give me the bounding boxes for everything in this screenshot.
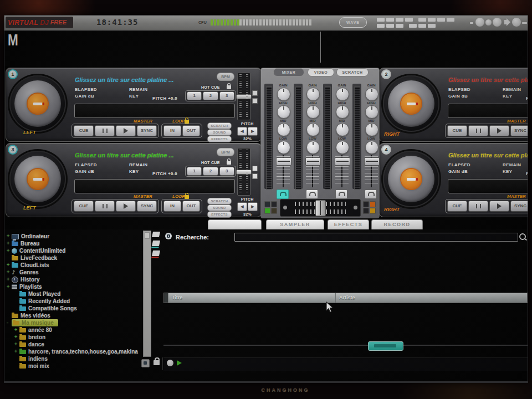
pitch-slider-handle[interactable] (236, 94, 252, 99)
low-knob[interactable] (306, 141, 320, 154)
expander-icon[interactable] (7, 319, 12, 326)
tree-item-history[interactable]: History (4, 276, 143, 283)
pitch-bend-plus-button[interactable]: ▶ (248, 202, 258, 211)
hot-cue-1-button[interactable]: 1 (187, 91, 202, 100)
loop-in-button[interactable]: IN (163, 201, 181, 212)
sync-button[interactable]: SYNC (137, 201, 157, 212)
deck-1-jog-wheel[interactable] (9, 75, 66, 132)
high-knob[interactable] (365, 105, 378, 119)
pitch-range-button[interactable] (252, 98, 258, 104)
headphone-mix-knob[interactable] (485, 19, 492, 25)
sound-button[interactable]: SOUND (207, 204, 232, 211)
play-button[interactable] (116, 125, 136, 136)
tree-item-indiens[interactable]: indiens (4, 355, 143, 362)
pfl-button[interactable] (277, 190, 289, 199)
tree-item-mes-videos[interactable]: Mes vidéos (4, 312, 143, 319)
tree-item-recently-added[interactable]: Recently Added (4, 298, 143, 305)
column-titre[interactable]: Titre (168, 293, 336, 303)
tree-item-bureau[interactable]: Bureau (4, 240, 143, 247)
search-input[interactable] (234, 233, 518, 242)
pause-button[interactable] (468, 201, 488, 212)
expander-icon[interactable] (7, 233, 12, 240)
wave-button[interactable]: WAVE (339, 17, 367, 28)
low-knob[interactable] (277, 141, 290, 154)
tab-browser[interactable] (208, 219, 262, 229)
low-knob[interactable] (336, 141, 349, 154)
column-artiste[interactable]: Artiste (336, 293, 527, 303)
cue-button[interactable]: CUE (74, 125, 94, 136)
headphone-volume-knob[interactable] (493, 18, 502, 27)
volume-fader[interactable] (364, 155, 379, 187)
effects-button[interactable]: EFFECTS (207, 211, 232, 218)
gain-knob[interactable] (365, 88, 378, 101)
expander-icon[interactable] (14, 334, 19, 341)
netsearch-icon[interactable] (141, 359, 150, 367)
pitch-bend-plus-button[interactable]: ▶ (248, 127, 258, 136)
pitch-slider[interactable] (237, 148, 250, 196)
pause-button[interactable] (95, 201, 115, 212)
tree-scrollbar[interactable] (143, 231, 151, 357)
expander-icon[interactable] (7, 262, 12, 269)
scratch-button[interactable]: SCRATCH (207, 198, 232, 204)
volume-fader-handle[interactable] (276, 157, 291, 166)
tree-item-genres[interactable]: ♪Genres (4, 269, 143, 276)
pitch-range-button[interactable] (252, 173, 258, 179)
loop-out-button[interactable]: OUT (182, 125, 200, 136)
pitch-zero-button[interactable] (252, 166, 258, 171)
tab-sampler[interactable]: SAMPLER (266, 219, 324, 229)
crossfader-handle[interactable] (315, 200, 326, 216)
hot-cue-2-button[interactable]: 2 (203, 167, 218, 176)
tree-item-dance[interactable]: dance (4, 341, 143, 348)
mid-knob[interactable] (306, 123, 320, 136)
pfl-button[interactable] (365, 190, 377, 199)
loop-out-button[interactable]: OUT (182, 201, 200, 212)
pitch-zero-button[interactable] (252, 90, 258, 96)
hot-cue-2-button[interactable]: 2 (203, 91, 218, 100)
pitch-slider[interactable] (237, 73, 250, 120)
automix-play-icon[interactable] (177, 360, 182, 366)
automix-circle-icon[interactable] (167, 360, 173, 366)
tree-item-moi-mix[interactable]: moi mix (4, 362, 143, 370)
play-button[interactable] (489, 125, 509, 136)
tree-item-annee-80[interactable]: année 80 (4, 326, 143, 334)
effects-button[interactable]: EFFECTS (207, 136, 232, 142)
pfl-button[interactable] (306, 190, 318, 199)
sound-button[interactable]: SOUND (207, 129, 232, 136)
pitch-bend-minus-button[interactable]: ◀ (237, 127, 247, 136)
pitch-bend-minus-button[interactable]: ◀ (237, 202, 247, 211)
expander-icon[interactable] (7, 240, 12, 247)
tree-item-playlists[interactable]: Playlists (4, 283, 143, 290)
loop-in-button[interactable]: IN (163, 125, 181, 136)
volume-fader[interactable] (305, 155, 320, 187)
tab-effects[interactable]: EFFECTS (328, 219, 369, 229)
expander-icon[interactable] (14, 341, 19, 348)
tab-scratch[interactable]: SCRATCH (336, 68, 369, 76)
tree-item-ma-musique-selected[interactable]: Ma musique (4, 319, 143, 326)
mid-knob[interactable] (365, 123, 378, 136)
pause-button[interactable] (468, 125, 488, 136)
mid-knob[interactable] (336, 123, 349, 136)
search-options-icon[interactable] (519, 233, 526, 240)
pitch-slider-handle[interactable] (236, 170, 252, 175)
volume-fader[interactable] (275, 155, 291, 187)
panel-splitter[interactable] (163, 345, 528, 346)
sync-button[interactable]: SYNC (510, 125, 528, 136)
volume-fader-handle[interactable] (364, 157, 380, 166)
expander-icon[interactable] (7, 269, 12, 276)
tree-item-harcore[interactable]: harcore, tranca,techno,house,goa,makina (4, 348, 143, 355)
tree-item-breton[interactable]: breton (4, 334, 143, 341)
pfl-button[interactable] (335, 190, 347, 199)
scratch-button[interactable]: SCRATCH (207, 122, 232, 129)
security-lock-icon[interactable] (154, 360, 160, 365)
gain-knob[interactable] (277, 88, 290, 101)
volume-fader-handle[interactable] (305, 157, 321, 166)
bpm-button[interactable]: BPM (217, 73, 234, 81)
tab-record[interactable]: RECORD (371, 219, 423, 229)
crossfader[interactable] (280, 199, 361, 217)
gain-knob[interactable] (336, 88, 349, 101)
high-knob[interactable] (336, 105, 349, 119)
master-volume-knob[interactable] (512, 18, 521, 27)
tree-item-livefeedback[interactable]: LiveFeedback (4, 254, 143, 262)
sync-button[interactable]: SYNC (510, 201, 528, 212)
tree-item-most-played[interactable]: Most Played (4, 290, 143, 298)
